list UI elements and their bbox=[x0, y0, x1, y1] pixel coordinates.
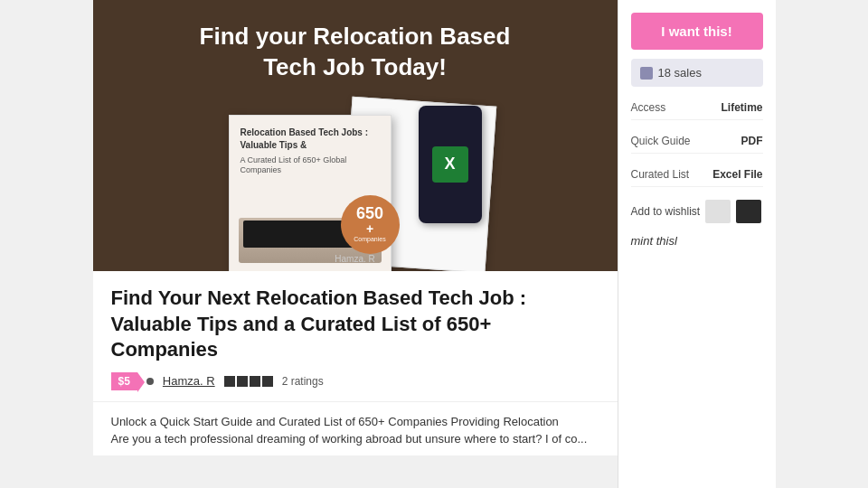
sidebar: I want this! 18 sales Access Lifetime Qu… bbox=[618, 0, 776, 488]
ratings-count: 2 ratings bbox=[282, 375, 324, 388]
page-container: Find your Relocation Based Tech Job Toda… bbox=[0, 0, 868, 488]
wishlist-btn-light[interactable] bbox=[705, 200, 731, 223]
book-cover-title: Relocation Based Tech Jobs : Valuable Ti… bbox=[241, 127, 380, 152]
badge-text: Companies bbox=[354, 236, 385, 243]
hero-section: Find your Relocation Based Tech Job Toda… bbox=[93, 0, 618, 271]
author-name[interactable]: Hamza. R bbox=[163, 374, 215, 388]
badge-circle: 650 + Companies bbox=[341, 195, 400, 254]
product-card: Find your Relocation Based Tech Job Toda… bbox=[93, 0, 618, 455]
price-badge: $5 bbox=[111, 372, 137, 390]
sales-badge: 18 sales bbox=[631, 59, 763, 87]
wishlist-row: Add to wishlist bbox=[631, 200, 763, 223]
mint-text-container: mint thisl bbox=[631, 232, 763, 249]
access-label: Access bbox=[631, 101, 666, 114]
sales-icon bbox=[640, 67, 653, 80]
star-4 bbox=[262, 376, 273, 387]
description-line1: Unlock a Quick Start Guide and Curated L… bbox=[111, 413, 599, 431]
wishlist-label: Add to wishlist bbox=[631, 205, 701, 218]
want-button[interactable]: I want this! bbox=[631, 13, 763, 50]
quick-guide-value: PDF bbox=[741, 135, 763, 147]
curated-list-label: Curated List bbox=[631, 168, 690, 181]
product-title: Find Your Next Relocation Based Tech Job… bbox=[111, 286, 599, 363]
author-credit: Hamza. R bbox=[335, 254, 374, 264]
hero-title-line1: Find your Relocation Based bbox=[200, 23, 511, 50]
star-rating bbox=[224, 376, 273, 387]
sales-count: 18 sales bbox=[658, 66, 702, 80]
badge-plus: + bbox=[366, 221, 373, 236]
book-cover-subtitle: A Curated List of 650+ Global Companies bbox=[241, 155, 380, 176]
content-section: Find Your Next Relocation Based Tech Job… bbox=[93, 271, 618, 402]
excel-icon: X bbox=[432, 146, 468, 183]
description-section: Unlock a Quick Start Guide and Curated L… bbox=[93, 402, 618, 455]
mint-text: mint thisl bbox=[631, 234, 677, 248]
hero-title-line2: Tech Job Today! bbox=[263, 53, 447, 80]
quick-guide-label: Quick Guide bbox=[631, 135, 691, 147]
quick-guide-row: Quick Guide PDF bbox=[631, 129, 763, 154]
description-line2: Are you a tech professional dreaming of … bbox=[111, 430, 599, 448]
curated-list-row: Curated List Excel File bbox=[631, 163, 763, 187]
star-1 bbox=[224, 376, 235, 387]
book-cover: Relocation Based Tech Jobs : Valuable Ti… bbox=[229, 115, 392, 271]
star-2 bbox=[237, 376, 248, 387]
wishlist-btn-dark[interactable] bbox=[736, 200, 761, 223]
star-3 bbox=[250, 376, 260, 387]
device: X bbox=[419, 106, 482, 223]
book-display: Relocation Based Tech Jobs : Valuable Ti… bbox=[211, 97, 500, 271]
badge-number: 650 bbox=[356, 205, 383, 221]
author-dot-icon bbox=[146, 378, 154, 385]
hero-title: Find your Relocation Based Tech Job Toda… bbox=[200, 22, 511, 83]
meta-row: $5 Hamza. R 2 ratings bbox=[111, 372, 599, 390]
curated-list-value: Excel File bbox=[712, 168, 762, 181]
access-row: Access Lifetime bbox=[631, 96, 763, 120]
access-value: Lifetime bbox=[721, 101, 762, 114]
